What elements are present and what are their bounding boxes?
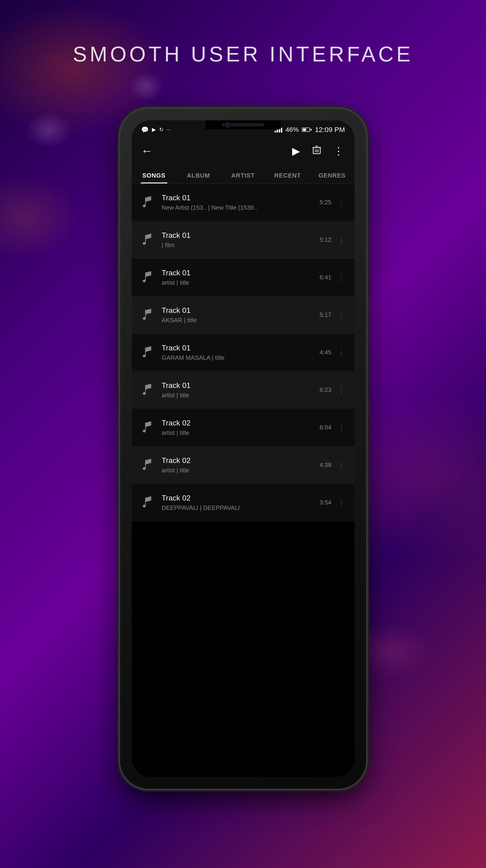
phone-shell: 💬 ▶ ↻ ··· 46% [120,108,366,789]
song-info: Track 01 artist | title [162,269,320,286]
song-subtitle: artist | title [162,429,320,436]
song-track: Track 01 [162,381,320,390]
tab-artist[interactable]: ARTIST [221,172,265,183]
song-item[interactable]: Track 01 GARAM MASALA | title 4:45 ⋮ [132,334,354,371]
svg-rect-7 [145,235,146,243]
song-more-button[interactable]: ⋮ [335,196,348,209]
song-more-button[interactable]: ⋮ [335,384,348,396]
phone-screen: 💬 ▶ ↻ ··· 46% [132,120,354,777]
battery-icon [302,128,312,132]
play-button[interactable]: ▶ [288,143,304,159]
more-options-button[interactable]: ⋮ [330,143,348,159]
song-track: Track 01 [162,193,320,202]
song-duration: 5:12 [320,236,331,243]
music-note-icon [139,344,155,361]
back-button[interactable]: ← [139,142,155,160]
song-more-button[interactable]: ⋮ [335,234,348,246]
song-duration: 4:38 [320,461,331,469]
page-headline: SMOOTH USER INTERFACE [73,42,413,66]
music-note-icon [139,307,155,323]
song-duration: 6:04 [320,424,331,431]
svg-rect-13 [145,460,146,469]
music-note-icon [139,269,155,286]
notifications-icon: ··· [167,127,171,133]
song-info: Track 01 artist | title [162,381,320,399]
tab-genres[interactable]: GENRES [310,172,354,183]
song-item[interactable]: Track 01 artist | title 6:23 ⋮ [132,371,354,409]
song-subtitle: artist | title [162,467,320,474]
song-info: Track 01 New Artist (153.. | New Title (… [162,193,320,211]
music-note-icon [139,419,155,436]
svg-rect-9 [145,310,146,318]
song-more-button[interactable]: ⋮ [335,459,348,471]
song-duration: 6:23 [320,386,331,394]
song-info: Track 02 DEEPPAVALI | DEEPPAVALI [162,494,320,512]
song-duration: 4:45 [320,349,331,356]
song-subtitle: artist | title [162,392,320,399]
song-item[interactable]: Track 02 artist | title 6:04 ⋮ [132,409,354,446]
tabs-bar: SONGS ALBUM ARTIST RECENT GENRES [132,162,354,184]
song-info: Track 02 artist | title [162,418,320,436]
song-more-button[interactable]: ⋮ [335,422,348,434]
tab-recent[interactable]: RECENT [265,172,310,183]
song-more-button[interactable]: ⋮ [335,271,348,283]
svg-rect-14 [145,498,146,506]
song-track: Track 01 [162,231,320,240]
song-list: Track 01 New Artist (153.. | New Title (… [132,184,354,777]
song-subtitle: | film [162,242,320,249]
song-subtitle: AKSAR | title [162,317,320,324]
song-duration: 5:25 [320,199,331,206]
phone-container: 💬 ▶ ↻ ··· 46% [120,108,366,789]
song-item[interactable]: Track 01 AKSAR | title 5:17 ⋮ [132,296,354,334]
media-icon: ▶ [152,127,156,133]
whatsapp-icon: 💬 [141,126,149,133]
svg-rect-10 [145,348,146,356]
music-note-icon [139,457,155,473]
song-item[interactable]: Track 01 New Artist (153.. | New Title (… [132,184,354,221]
svg-rect-8 [145,273,146,281]
phone-notch [205,120,281,129]
music-note-icon [139,194,155,211]
song-subtitle: DEEPPAVALI | DEEPPAVALI [162,504,320,512]
song-track: Track 02 [162,494,320,502]
music-note-icon [139,494,155,511]
song-info: Track 02 artist | title [162,456,320,474]
battery-percentage: 46% [286,126,299,133]
song-duration: 3:54 [320,499,331,506]
music-note-icon [139,232,155,248]
status-icons-right: 46% 12:09 PM [274,126,345,134]
svg-rect-11 [145,385,146,394]
song-more-button[interactable]: ⋮ [335,496,348,509]
song-info: Track 01 AKSAR | title [162,306,320,324]
tab-album[interactable]: ALBUM [176,172,221,183]
song-subtitle: artist | title [162,279,320,286]
song-duration: 6:41 [320,274,331,281]
song-subtitle: GARAM MASALA | title [162,354,320,362]
song-subtitle: New Artist (153.. | New Title (1539.. [162,204,320,211]
toolbar: ← ▶ ⋮ [132,139,354,162]
song-track: Track 02 [162,418,320,427]
music-note-icon [139,382,155,398]
song-info: Track 01 GARAM MASALA | title [162,344,320,362]
song-item[interactable]: Track 02 DEEPPAVALI | DEEPPAVALI 3:54 ⋮ [132,484,354,521]
status-icons-left: 💬 ▶ ↻ ··· [141,126,171,133]
song-track: Track 01 [162,344,320,352]
tab-songs[interactable]: SONGS [132,172,176,183]
song-info: Track 01 | film [162,231,320,249]
song-more-button[interactable]: ⋮ [335,309,348,321]
song-more-button[interactable]: ⋮ [335,346,348,359]
front-camera [224,122,231,128]
song-item[interactable]: Track 01 | film 5:12 ⋮ [132,221,354,259]
song-track: Track 01 [162,306,320,315]
song-track: Track 02 [162,456,320,465]
sync-icon: ↻ [159,127,163,133]
song-item[interactable]: Track 01 artist | title 6:41 ⋮ [132,259,354,296]
song-track: Track 01 [162,269,320,277]
delete-button[interactable] [309,143,325,159]
svg-rect-6 [145,197,146,206]
song-item[interactable]: Track 02 artist | title 4:38 ⋮ [132,446,354,484]
status-time: 12:09 PM [315,126,345,134]
svg-rect-12 [145,423,146,431]
song-duration: 5:17 [320,311,331,318]
